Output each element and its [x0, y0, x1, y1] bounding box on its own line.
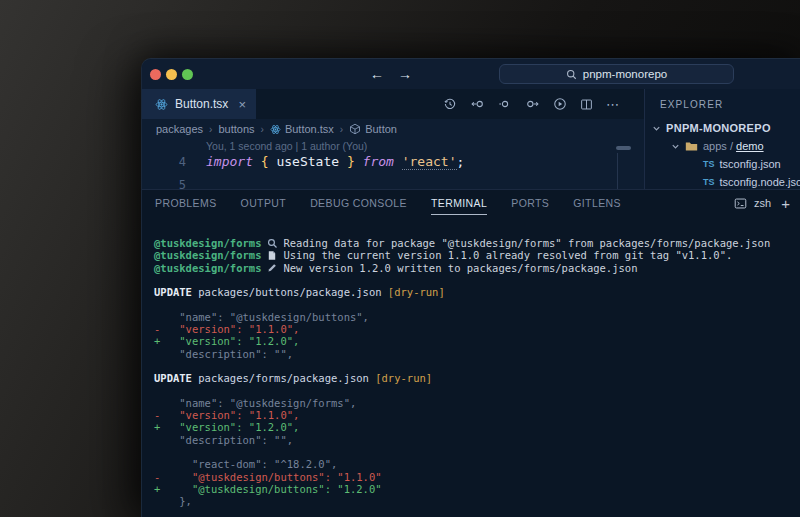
log-text: New version 1.2.0 written to packages/fo…	[283, 262, 637, 274]
gitlens-blame-annotation: You, 1 second ago | 1 author (You)	[206, 140, 644, 152]
breadcrumb: packages › buttons ›	[142, 119, 644, 139]
typescript-file-icon: TS	[703, 159, 715, 169]
search-value: pnpm-monorepo	[583, 68, 667, 80]
tab-output[interactable]: OUTPUT	[241, 191, 287, 215]
line-number: 5	[142, 178, 186, 189]
diff-line-context: "react-dom": "^18.2.0",	[154, 458, 800, 470]
log-text: Using the current version 1.1.0 already …	[283, 249, 732, 261]
code-editor[interactable]: You, 1 second ago | 1 author (You) 4 imp…	[142, 139, 644, 189]
previous-change-icon[interactable]	[470, 97, 485, 111]
tab-gitlens[interactable]: GITLENS	[573, 191, 621, 215]
tab-ports[interactable]: PORTS	[511, 191, 549, 215]
editor-actions: ⋯	[443, 89, 644, 119]
split-editor-icon[interactable]	[580, 98, 593, 111]
editor-scrollbar-thumb[interactable]	[616, 146, 631, 150]
diff-line-blank	[154, 446, 800, 458]
diff-line-context: },	[154, 495, 800, 507]
file-path: packages/forms/package.json	[198, 372, 369, 384]
breadcrumb-separator-icon: ›	[340, 124, 343, 135]
search-icon	[566, 69, 577, 80]
string-literal: 'react'	[402, 154, 457, 170]
brace: }	[339, 154, 362, 169]
maximize-window-button[interactable]	[182, 69, 193, 80]
breadcrumb-item[interactable]: buttons	[218, 123, 254, 135]
package-name: @tuskdesign/forms	[154, 237, 261, 249]
open-changes-icon[interactable]	[498, 97, 512, 111]
tab-terminal[interactable]: TERMINAL	[431, 191, 487, 215]
forward-arrow-icon[interactable]: →	[398, 66, 412, 82]
run-file-icon[interactable]	[553, 97, 567, 111]
release-log: @tuskdesign/forms Reading data for packa…	[154, 237, 800, 274]
diff-block-buttons: UPDATE packages/buttons/package.json [dr…	[154, 286, 800, 360]
folder-label: apps / demo	[703, 140, 764, 152]
vscode-window: ← → pnpm-monorepo	[141, 58, 800, 517]
react-file-icon	[155, 98, 168, 111]
log-text: Reading data for package "@tuskdesign/fo…	[283, 237, 770, 249]
diff-line-context: "name": "@tuskdesign/buttons",	[154, 311, 800, 323]
breadcrumb-separator-icon: ›	[209, 124, 212, 135]
explorer-file-tsconfig-json[interactable]: TS tsconfig.json	[645, 155, 800, 173]
explorer-title: EXPLORER	[645, 89, 800, 119]
more-actions-icon[interactable]: ⋯	[606, 97, 620, 112]
diff-line-context: "description": "",	[154, 348, 800, 360]
update-keyword: UPDATE	[154, 372, 192, 384]
folder-icon	[685, 140, 698, 153]
tab-problems[interactable]: PROBLEMS	[155, 191, 217, 215]
diff-header: UPDATE packages/buttons/package.json [dr…	[154, 286, 800, 298]
breadcrumb-item-symbol[interactable]: Button	[349, 123, 397, 135]
diff-block-forms: UPDATE packages/forms/package.json [dry-…	[154, 372, 800, 507]
breadcrumb-label: Button.tsx	[285, 123, 334, 135]
tab-strip: Button.tsx ×	[142, 89, 644, 119]
overview-ruler	[617, 153, 618, 189]
breadcrumb-label: Button	[365, 123, 397, 135]
diff-header: UPDATE packages/forms/package.json [dry-…	[154, 372, 800, 384]
dry-run-flag: [dry-run]	[388, 286, 445, 298]
react-file-icon	[270, 124, 281, 135]
identifier: useState	[276, 154, 339, 169]
terminal-output[interactable]: @tuskdesign/forms Reading data for packa…	[142, 216, 800, 517]
package-name: @tuskdesign/forms	[154, 249, 261, 261]
breadcrumb-item[interactable]: packages	[156, 123, 203, 135]
diff-line-context: "name": "@tuskdesign/forms",	[154, 397, 800, 409]
close-window-button[interactable]	[150, 69, 161, 80]
breadcrumb-item-file[interactable]: Button.tsx	[270, 123, 334, 135]
command-center-search[interactable]: pnpm-monorepo	[499, 64, 734, 84]
file-label: tsconfig.node.json	[720, 176, 800, 188]
code-line: import { useState } from 'react';	[186, 154, 464, 169]
new-terminal-icon[interactable]: +	[781, 195, 790, 212]
traffic-lights	[150, 69, 193, 80]
panel-tab-bar: PROBLEMS OUTPUT DEBUG CONSOLE TERMINAL P…	[142, 190, 800, 216]
diff-line-added: + "version": "1.2.0",	[154, 421, 800, 433]
file-path: packages/buttons/package.json	[198, 286, 381, 298]
shell-selector[interactable]: zsh	[754, 197, 771, 209]
explorer-file-tsconfig-node-json[interactable]: TS tsconfig.node.json	[645, 173, 800, 189]
next-change-icon[interactable]	[525, 97, 540, 111]
back-arrow-icon[interactable]: ←	[370, 66, 384, 82]
keyword-from: from	[363, 154, 394, 169]
bottom-panel: PROBLEMS OUTPUT DEBUG CONSOLE TERMINAL P…	[142, 189, 800, 517]
tab-debug-console[interactable]: DEBUG CONSOLE	[310, 191, 407, 215]
chevron-down-icon	[671, 142, 680, 151]
typescript-file-icon: TS	[703, 177, 715, 187]
close-tab-icon[interactable]: ×	[238, 97, 246, 112]
pencil-icon	[261, 263, 283, 273]
root-label: PNPM-MONOREPO	[666, 122, 771, 134]
magnifier-icon	[261, 238, 283, 249]
explorer-folder-apps-demo[interactable]: apps / demo	[645, 137, 800, 155]
semicolon: ;	[457, 154, 465, 169]
terminal-log-line: @tuskdesign/forms Using the current vers…	[154, 249, 800, 261]
timeline-history-icon[interactable]	[443, 97, 457, 111]
terminal-icon	[734, 197, 747, 210]
line-number: 4	[142, 155, 186, 169]
document-icon	[261, 250, 283, 261]
diff-line-added: + "@tuskdesign/buttons": "1.2.0"	[154, 483, 800, 495]
explorer-root-pnpm-monorepo[interactable]: PNPM-MONOREPO	[645, 119, 800, 137]
terminal-controls: zsh +	[734, 195, 790, 212]
terminal-log-line: @tuskdesign/forms New version 1.2.0 writ…	[154, 262, 800, 274]
chevron-down-icon	[652, 124, 661, 133]
update-keyword: UPDATE	[154, 286, 192, 298]
minimize-window-button[interactable]	[166, 69, 177, 80]
tab-button-tsx[interactable]: Button.tsx ×	[142, 89, 256, 119]
diff-line-added: + "version": "1.2.0",	[154, 335, 800, 347]
diff-line-removed: - "version": "1.1.0",	[154, 409, 800, 421]
